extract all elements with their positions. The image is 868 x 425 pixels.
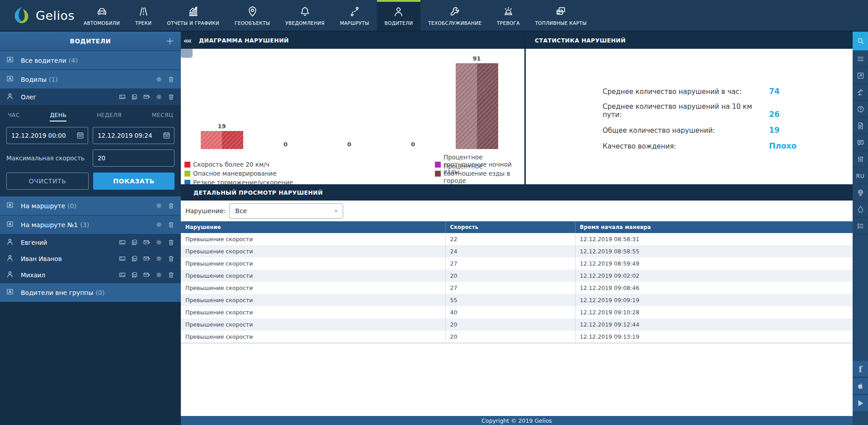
toolbar-globe-icon[interactable] [853,184,868,201]
chart-bar[interactable] [456,63,498,149]
table-cell: 22 [445,233,575,245]
sidebar-item-on-route[interactable]: На маршруте(0) [0,196,181,215]
gear-icon[interactable] [155,238,163,246]
gelios-logo[interactable]: Gelios [0,0,76,31]
table-row[interactable]: Превышение скорости2012.12.2019 09:02:02 [181,270,853,282]
nav-item-alarm[interactable]: ТРЕВОГА [489,0,528,31]
nav-item-fuel-cards[interactable]: ТОПЛИВНЫЕ КАРТЫ [528,0,594,31]
period-tab-месяц[interactable]: МЕСЯЦ [152,112,173,121]
gear-icon[interactable] [155,75,163,83]
nav-item-automobiles[interactable]: АВТОМОБИЛИ [76,0,127,31]
trash-icon[interactable] [167,202,175,210]
driver-icon [392,5,405,18]
toolbar-facebook-icon[interactable]: f [853,361,868,377]
sidebar-item-vodily[interactable]: Водилы(1) [0,70,181,89]
trash-icon[interactable] [167,75,175,83]
calendar-icon[interactable] [162,131,171,140]
sidebar-item-on-route-1[interactable]: На маршруте №1(3) [0,215,181,234]
sidebar-item-all-drivers[interactable]: Все водители(4) [0,51,181,70]
legend-swatch [184,171,190,177]
nav-item-drivers[interactable]: ВОДИТЕЛИ [377,0,421,31]
table-row[interactable]: Превышение скорости2712.12.2019 09:08:46 [181,282,853,294]
envelope-icon[interactable] [143,255,151,262]
envelope-icon[interactable] [143,93,151,101]
date-from-field[interactable] [6,127,88,144]
table-row[interactable]: Превышение скорости2712.12.2019 08:59:49 [181,257,853,270]
table-row[interactable]: Превышение скорости5512.12.2019 09:09:19 [181,294,853,306]
table-row[interactable]: Превышение скорости2012.12.2019 09:13:19 [181,331,853,343]
sidebar-item-mikhail[interactable]: Михаил [0,267,181,283]
table-cell: 12.12.2019 08:59:49 [575,257,853,270]
max-speed-field[interactable] [93,149,175,167]
clear-button[interactable]: ОЧИСТИТЬ [6,173,89,190]
toolbar-sliders-icon[interactable] [853,151,868,168]
toolbar-doc-icon[interactable] [853,117,868,134]
gear-icon[interactable] [155,202,163,210]
report-icon[interactable] [131,255,138,262]
driver-list-bottom: На маршруте(0)На маршруте №1(3)ЕвгенийИв… [0,196,181,302]
table-row[interactable]: Превышение скорости2212.12.2019 08:58:31 [181,233,853,245]
chart-legend-col1: Скорость более 20 км/чОпасное маневриров… [184,160,293,187]
idcard-icon[interactable] [118,271,126,279]
idcard-icon[interactable] [118,255,126,262]
period-tab-день[interactable]: ДЕНЬ [50,112,66,121]
trash-icon[interactable] [167,93,175,101]
calendar-icon[interactable] [76,131,85,140]
legend-label: Опасное маневрирование [193,170,277,177]
show-button[interactable]: ПОКАЗАТЬ [93,173,175,190]
sidebar-item-evgeniy[interactable]: Евгений [0,234,181,251]
toolbar-help-icon[interactable] [853,101,868,117]
bar-value-label: 19 [217,123,226,130]
nav-item-geoobjects[interactable]: ГЕООБЪЕКТЫ [227,0,278,31]
toolbar-search-icon[interactable] [853,32,868,51]
gear-icon[interactable] [155,93,163,101]
toolbar-menu-icon[interactable] [853,51,868,67]
toolbar-chat-icon[interactable] [853,134,868,151]
envelope-icon[interactable] [143,271,151,279]
row-actions [118,255,175,262]
report-icon[interactable] [131,93,138,101]
sidebar-item-ivan-ivanov[interactable]: Иван Иванов [0,251,181,267]
toolbar-expand-icon[interactable] [853,67,868,84]
nav-item-tracks[interactable]: ТРЕКИ [127,0,159,31]
table-row[interactable]: Превышение скорости4012.12.2019 09:10:28 [181,306,853,318]
collapse-tab[interactable] [181,49,193,58]
collapse-panel-button[interactable]: «« [181,32,194,49]
report-icon[interactable] [131,271,138,279]
gear-icon[interactable] [155,221,163,229]
violation-type-select[interactable]: Все ▾ [229,203,343,219]
toolbar-legend-icon[interactable] [853,218,868,234]
trash-icon[interactable] [167,221,175,229]
toolbar-lang-ru[interactable]: RU [853,168,868,184]
toolbar-drop-icon[interactable] [853,201,868,218]
stat-label: Общее количество нарушений: [603,126,769,135]
period-tab-неделя[interactable]: НЕДЕЛЯ [97,112,122,121]
table-cell: 27 [445,257,575,270]
table-row[interactable]: Превышение скорости2412.12.2019 08:58:55 [181,245,853,257]
report-icon[interactable] [131,238,138,246]
toolbar-satellite-icon[interactable] [853,84,868,101]
gear-icon[interactable] [155,271,163,279]
gear-icon[interactable] [155,255,163,262]
date-to-field[interactable] [93,127,175,144]
idcard-icon[interactable] [118,238,126,246]
toolbar-gplay-icon[interactable] [853,395,868,411]
nav-item-routes[interactable]: МАРШРУТЫ [332,0,377,31]
trash-icon[interactable] [167,271,175,279]
period-tab-час[interactable]: ЧАС [8,112,20,121]
table-row[interactable]: Превышение скорости2012.12.2019 09:12:44 [181,318,853,331]
add-group-button[interactable] [165,36,175,46]
nav-item-notifications[interactable]: УВЕДОМЛЕНИЯ [278,0,332,31]
max-speed-input[interactable] [93,150,174,166]
nav-item-reports[interactable]: ОТЧЕТЫ И ГРАФИКИ [159,0,227,31]
trash-icon[interactable] [167,255,175,262]
nav-item-maintenance[interactable]: ТЕХОБСЛУЖИВАНИЕ [420,0,489,31]
legend-item: Скорость более 20 км/ч [184,160,293,169]
trash-icon[interactable] [167,238,175,246]
envelope-icon[interactable] [143,238,151,246]
idcard-icon[interactable] [118,93,126,101]
sidebar-item-oleg[interactable]: Олег [0,89,181,105]
sidebar-item-ungrouped[interactable]: Водители вне группы(0) [0,283,181,302]
toolbar-apple-icon[interactable] [853,378,868,394]
chart-bar[interactable] [201,131,243,149]
